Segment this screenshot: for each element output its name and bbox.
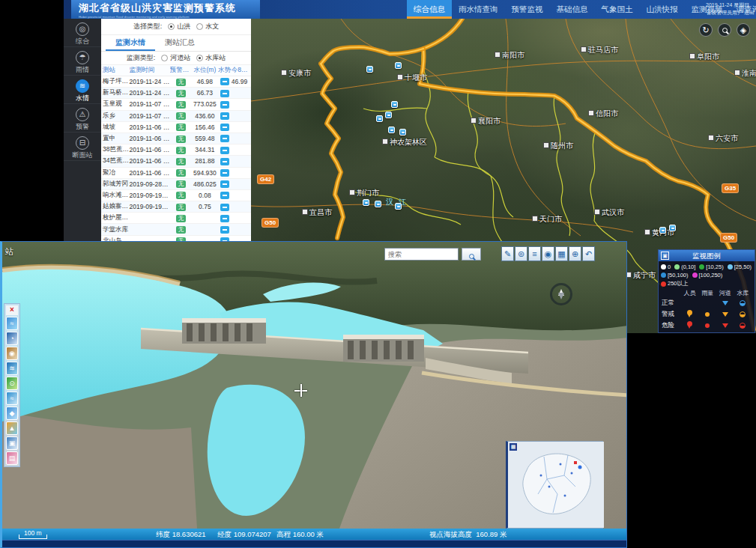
rain-range: 0 [661,264,671,270]
undo-icon[interactable]: ↶ [582,246,595,261]
legend-collapse-icon[interactable]: ▣ [661,252,669,260]
status-badge: 无 [176,136,187,143]
water-station-marker[interactable] [375,201,381,207]
range-label: [50,100) [668,272,689,278]
姑娘寨水库(…[interactable]: 姑娘寨水库(… 2019-09-19 06 无 0.75 [101,201,251,213]
chart-layer-icon[interactable]: ▤ [6,451,18,465]
viewer-3d-window[interactable]: 站 ✎⊚≡◉▦⊕↶ × ≈◔◉≋⊙≈◆▲▣▤ ▦ [0,241,627,548]
响水滩水库(…[interactable]: 响水滩水库(… 2019-09-19 08 无 0.08 [101,190,251,201]
globe-icon[interactable]: ⊕ [569,246,581,261]
玉皇观[interactable]: 玉皇观 2019-11-07 08 无 773.025 [101,99,251,110]
typhoon-layer-icon[interactable]: ◔ [6,332,18,345]
monitor-type-row: 监测类型: 河道站 水库站 [101,52,251,65]
随州市: 随州市 [543,141,573,151]
water-station-marker[interactable] [366,66,373,73]
type-option[interactable]: 山洪 [168,22,190,31]
close-icon[interactable]: × [6,305,18,315]
cell-station: 学堂水库 [101,225,129,234]
cell-time: 2019-11-06 17 [129,157,169,165]
range-dot-icon [692,273,698,278]
nav-item[interactable]: 气象国土 [595,0,640,19]
search-input[interactable] [384,248,459,261]
sidebar-item-rain[interactable]: ☂ 雨情 [64,47,101,76]
聚冶[interactable]: 聚冶 2019-11-06 05 无 594.930 [101,168,251,179]
water-station-marker[interactable] [385,112,392,118]
cell-trend [217,100,232,109]
nav-item[interactable]: 综合信息 [407,0,452,19]
城坡[interactable]: 城坡 2019-11-06 22 无 156.46 [101,122,251,133]
image-icon[interactable]: ▦ [555,246,568,261]
range-dot-icon [699,264,704,270]
water-station-marker[interactable] [363,199,369,206]
terrain-layer-icon[interactable]: ◉ [6,347,18,360]
type-filter-row: 选择类型: 山洪 水文 [101,19,251,35]
flood-boot-layer-icon[interactable]: ▲ [6,421,18,435]
梅子坪水位…[interactable]: 梅子坪水位… 2019-11-24 09 无 46.98 46.99 [101,76,251,88]
type-option[interactable]: 水文 [196,22,219,31]
nav-item[interactable]: 雨水情查询 [452,0,505,19]
cell-time: 2019-09-19 08 [129,192,169,199]
list-icon[interactable]: ≡ [528,246,541,261]
34芭蕉断水…[interactable]: 34芭蕉断水… 2019-11-06 17 无 281.88 [101,156,251,167]
cell-station: 新马桥雨量… [101,88,129,97]
search-icon[interactable] [718,23,731,37]
reservoir-circle-icon [740,300,746,306]
monitor-option[interactable]: 河道站 [161,53,190,63]
trend-flat-icon [220,78,229,85]
cell-station: 梅子坪水位… [101,77,129,86]
status-bar: 100 m 纬度 18.630621 经度 109.074207 高程 160.… [2,529,627,540]
rain-range: [50,100) [661,272,689,278]
panel-tab[interactable]: 监测水情 [106,35,155,51]
overview-map[interactable]: ▦ [506,441,603,529]
water-station-marker[interactable] [388,127,395,133]
新马桥雨量…[interactable]: 新马桥雨量… 2019-11-24 07 无 66.73 [101,88,251,99]
cell-station: 38芭蕉水位… [101,145,129,154]
nav-item[interactable]: 基础信息 [550,0,595,19]
rain-ranges: 0 (0,10] [10,25) [25,50) [659,261,755,288]
water-station-marker[interactable] [659,227,666,234]
panel-tab[interactable]: 测站汇总 [155,35,205,51]
cell-status: 无 [170,78,193,86]
郭城芳冈[interactable]: 郭城芳冈 2019-09-28 05 无 486.025 [101,179,251,190]
枚护屋水库[interactable]: 枚护屋水库 无 [101,213,251,224]
water-station-marker[interactable] [395,62,402,69]
green-circle-layer-icon[interactable]: ⊙ [6,377,18,390]
matrix-header: 人员 雨量 河道 水库 [681,289,752,297]
water-station-marker[interactable] [395,203,402,210]
status-badge: 无 [176,90,187,97]
frame-layer-icon[interactable]: ▣ [6,436,18,450]
water-station-marker[interactable] [669,225,676,231]
sidebar-item-section[interactable]: ⊟ 断面站 [64,133,101,161]
water-station-marker[interactable] [391,101,398,108]
water-station-marker[interactable] [376,115,383,122]
water-station-marker[interactable] [399,129,406,136]
sidebar-item-overview[interactable]: ◎ 综合 [64,19,101,47]
draw-icon[interactable]: ✎ [501,246,514,261]
compass-icon[interactable] [550,283,572,305]
cell-trend [217,123,232,131]
search-button[interactable] [462,248,481,261]
sidebar-item-alert[interactable]: ⚠ 预警 [64,104,101,133]
flood-layer-icon[interactable]: ≈ [6,392,18,405]
waves-layer-icon[interactable]: ≋ [6,362,18,375]
water-drop-layer-icon[interactable]: ◆ [6,407,18,420]
置中[interactable]: 置中 2019-11-06 21 无 559.48 [101,133,251,144]
layers-icon[interactable]: ◈ [737,23,750,37]
range-label: [25,50) [734,264,752,270]
user-text[interactable]: 省级管理员用户 退出 [706,9,755,16]
reservoir-circle-icon [740,323,746,329]
乐乡[interactable]: 乐乡 2019-11-07 03 无 436.60 [101,111,251,122]
nav-item[interactable]: 山洪快报 [640,0,685,19]
nav-item[interactable]: 预警监视 [505,0,550,19]
sidebar-item-water[interactable]: ≋ 水情 [64,76,101,104]
学堂水库[interactable]: 学堂水库 无 [101,224,251,235]
reset-view-icon[interactable]: ↻ [699,23,713,37]
rain-range: [25,50) [728,264,752,270]
monitor-option[interactable]: 水库站 [196,53,226,63]
camera-icon[interactable]: ⊚ [515,246,527,261]
eye-icon[interactable]: ◉ [542,246,554,261]
cell-level: 436.60 [193,112,218,120]
38芭蕉水位…[interactable]: 38芭蕉水位… 2019-11-06 20 无 344.31 [101,144,251,156]
rain-layer-icon[interactable]: ≈ [6,317,18,330]
cell-level: 0.08 [193,192,218,199]
